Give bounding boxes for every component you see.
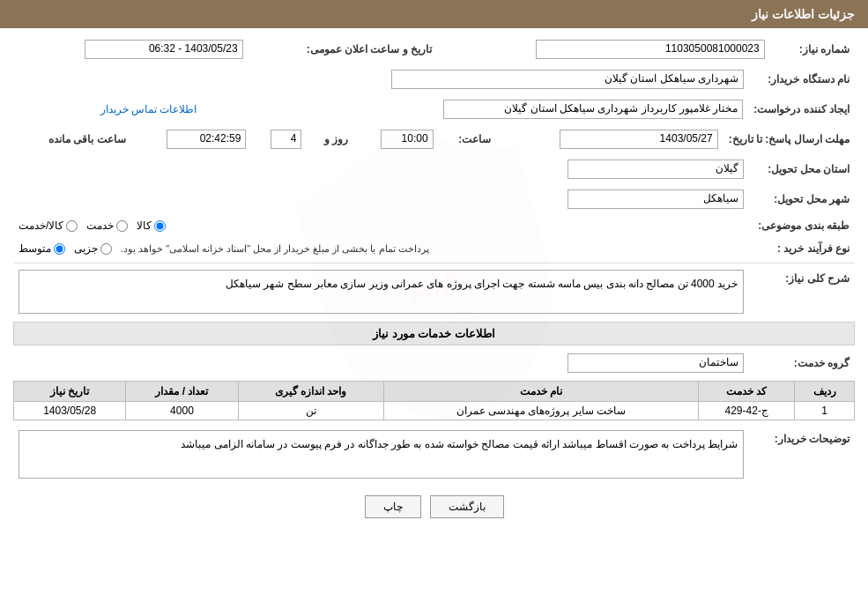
need-description-value: خرید 4000 تن مصالح دانه بندی بیس ماسه شس…	[19, 270, 744, 314]
back-button[interactable]: بازگشت	[430, 495, 504, 518]
category-goods-label: کالا	[137, 219, 152, 232]
col-header-unit: واحد اندازه گیری	[238, 382, 383, 402]
buyer-org-label: نام دستگاه خریدار:	[749, 67, 855, 92]
cell-service-name: ساخت سایر پروژه‌های مهندسی عمران	[383, 402, 699, 420]
province-row: استان محل تحویل: گیلان	[13, 157, 855, 182]
services-section-title: اطلاعات خدمات مورد نیاز	[13, 322, 855, 345]
buyer-org-row: نام دستگاه خریدار: شهرداری سیاهکل استان …	[13, 67, 855, 92]
remaining-time-value: 02:42:59	[167, 130, 246, 149]
response-date-value: 1403/05/27	[560, 130, 718, 149]
purchase-type-row: نوع فرآیند خرید : متوسط جزیی پرداخت تمام…	[13, 240, 855, 257]
table-row: 1 ج-42-429 ساخت سایر پروژه‌های مهندسی عم…	[14, 402, 855, 420]
need-number-row: شماره نیاز: 1103050081000023 تاریخ و ساع…	[13, 37, 855, 62]
city-value: سیاهکل	[568, 189, 744, 209]
remaining-days-value: 4	[271, 130, 301, 149]
cell-unit: تن	[238, 402, 383, 420]
col-header-row-num: ردیف	[795, 382, 855, 402]
purchase-type-small-label: جزیی	[74, 242, 98, 255]
purchase-type-note: پرداخت تمام یا بخشی از مبلغ خریدار از مح…	[121, 243, 429, 255]
requester-row: ایجاد کننده درخواست: مختار غلامپور کاربر…	[13, 97, 855, 122]
category-goods-service-label: کالا/خدمت	[19, 219, 63, 232]
purchase-type-label: نوع فرآیند خرید :	[749, 240, 855, 257]
col-header-quantity: تعداد / مقدار	[126, 382, 238, 402]
announcement-date-label: تاریخ و ساعت اعلان عمومی:	[249, 37, 437, 62]
divider-1	[13, 263, 855, 264]
page-title: جزئیات اطلاعات نیاز	[752, 7, 855, 21]
category-radio-group: کالا/خدمت خدمت کالا	[19, 219, 744, 232]
category-option-service[interactable]: خدمت	[86, 219, 128, 232]
requester-value: مختار غلامپور کاربرداز شهرداری سیاهکل اس…	[443, 100, 743, 119]
buyer-contact-link[interactable]: اطلاعات تماس خریدار	[100, 103, 197, 115]
need-description-section: شرح کلی نیاز: خرید 4000 تن مصالح دانه بن…	[13, 267, 855, 316]
button-bar: بازگشت چاپ	[13, 486, 855, 527]
response-time-value: 10:00	[381, 130, 434, 149]
purchase-type-medium[interactable]: متوسط	[19, 242, 65, 255]
announcement-date-value: 1403/05/23 - 06:32	[85, 40, 243, 59]
purchase-type-medium-label: متوسط	[19, 242, 51, 255]
service-group-value: ساختمان	[568, 353, 744, 373]
col-header-service-code: کد خدمت	[699, 382, 795, 402]
city-label: شهر محل تحویل:	[749, 187, 855, 212]
col-header-service-name: نام خدمت	[383, 382, 699, 402]
category-service-label: خدمت	[86, 219, 114, 232]
need-number-value: 1103050081000023	[536, 40, 765, 59]
category-row: طبقه بندی موضوعی: کالا/خدمت خدمت کالا	[13, 217, 855, 234]
remaining-time-label: ساعت باقی مانده	[13, 127, 131, 152]
need-number-label: شماره نیاز:	[770, 37, 855, 62]
category-label: طبقه بندی موضوعی:	[749, 217, 855, 234]
print-button[interactable]: چاپ	[365, 495, 421, 518]
cell-date: 1403/05/28	[14, 402, 126, 420]
cell-row-num: 1	[795, 402, 855, 420]
col-header-date: تاریخ نیاز	[14, 382, 126, 402]
response-deadline-label: مهلت ارسال پاسخ: تا تاریخ:	[723, 127, 855, 152]
buyer-notes-label: توضیحات خریدار:	[749, 427, 855, 481]
deadline-row: مهلت ارسال پاسخ: تا تاریخ: 1403/05/27 سا…	[13, 127, 855, 152]
service-group-label: گروه خدمت:	[749, 351, 855, 375]
need-description-label: شرح کلی نیاز:	[749, 267, 855, 316]
province-value: گیلان	[568, 160, 744, 179]
category-option-goods[interactable]: کالا	[137, 219, 166, 232]
remaining-days-label: روز و	[307, 127, 353, 152]
buyer-notes-value: شرایط پرداخت به صورت اقساط میباشد ارائه …	[19, 430, 744, 479]
city-row: شهر محل تحویل: سیاهکل	[13, 187, 855, 212]
buyer-org-value: شهرداری سیاهکل استان گیلان	[391, 70, 744, 89]
purchase-type-small[interactable]: جزیی	[74, 242, 112, 255]
cell-quantity: 4000	[126, 402, 238, 420]
cell-service-code: ج-42-429	[699, 402, 795, 420]
requester-label: ایجاد کننده درخواست:	[748, 97, 855, 122]
buyer-notes-section: توضیحات خریدار: شرایط پرداخت به صورت اقس…	[13, 427, 855, 481]
page-header: جزئیات اطلاعات نیاز	[0, 0, 868, 28]
response-time-label: ساعت:	[439, 127, 497, 152]
category-option-goods-service[interactable]: کالا/خدمت	[19, 219, 78, 232]
province-label: استان محل تحویل:	[749, 157, 855, 182]
services-table: ردیف کد خدمت نام خدمت واحد اندازه گیری ت…	[13, 381, 855, 420]
service-group-row: گروه خدمت: ساختمان	[13, 351, 855, 375]
